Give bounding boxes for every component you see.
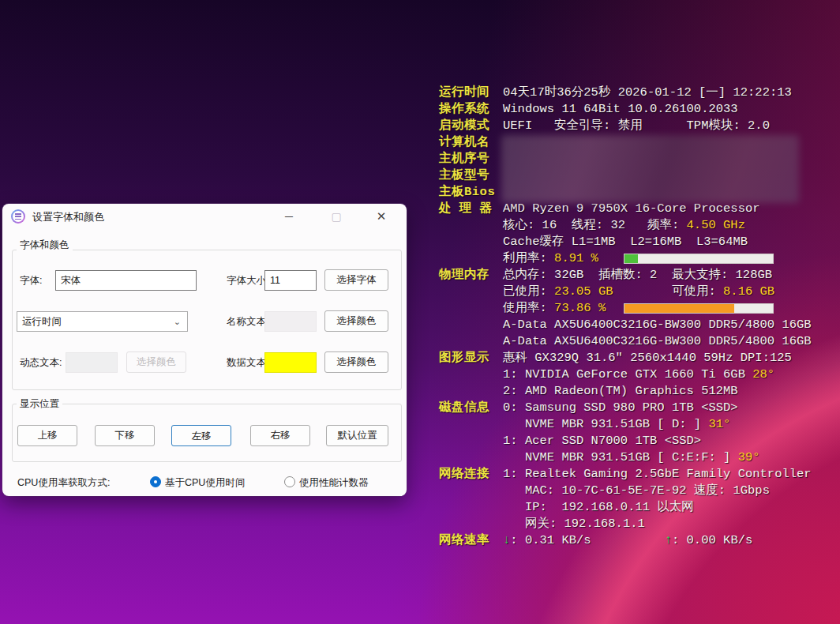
sysinfo-text-segment: 利用率:	[503, 251, 554, 265]
sysinfo-label: 主机序号	[439, 151, 503, 167]
dynamic-text-color-swatch	[66, 352, 118, 373]
sysinfo-row: 利用率: 8.91 %	[439, 250, 834, 267]
sysinfo-text-segment: A-Data AX5U6400C3216G-BW300 DDR5/4800 16…	[503, 334, 812, 348]
move-up-button[interactable]: 上移	[17, 425, 77, 446]
sysinfo-label: 物理内存	[439, 267, 503, 284]
sysinfo-row: A-Data AX5U6400C3216G-BW300 DDR5/4800 16…	[439, 333, 834, 350]
dialog-title: 设置字体和颜色	[32, 210, 104, 224]
move-down-button[interactable]: 下移	[95, 425, 155, 446]
sysinfo-row: 磁盘信息0: Samsung SSD 980 PRO 1TB <SSD>	[439, 400, 834, 416]
font-color-settings-dialog: 设置字体和颜色 ─ ▢ ✕ 字体和颜色 字体: 字体大小: 选择字体 运行时间 …	[2, 204, 407, 496]
sysinfo-row: A-Data AX5U6400C3216G-BW300 DDR5/4800 16…	[439, 317, 834, 333]
name-text-color-swatch	[264, 311, 317, 332]
cpu-usage-bar-fill	[624, 254, 638, 263]
sysinfo-label: 计算机名	[439, 134, 503, 151]
sysinfo-label: 网络连接	[439, 466, 503, 483]
radio-cpu-time[interactable]	[150, 476, 161, 487]
default-position-button[interactable]: 默认位置	[326, 425, 388, 446]
sysinfo-text-segment: 23.05 GB	[554, 284, 613, 299]
move-left-button[interactable]: 左移	[171, 425, 231, 446]
memory-usage-bar	[624, 303, 774, 314]
sysinfo-row: NVME MBR 931.51GB [ D: ] 31°	[439, 416, 834, 433]
sysinfo-text-segment: Windows 11 64Bit 10.0.26100.2033	[503, 102, 738, 116]
sysinfo-text-segment: 2: AMD Radeon(TM) Graphics 512MB	[503, 384, 738, 398]
sysinfo-text-segment: 28°	[752, 367, 774, 382]
move-right-button[interactable]: 右移	[250, 425, 310, 446]
maximize-button[interactable]: ▢	[323, 207, 350, 226]
font-color-group-legend: 字体和颜色	[17, 239, 73, 252]
sysinfo-text-segment: MAC: 10-7C-61-5E-7E-92 速度: 1Gbps	[503, 483, 770, 498]
sysinfo-row: 2: AMD Radeon(TM) Graphics 512MB	[439, 383, 834, 400]
sysinfo-row: 网络连接1: Realtek Gaming 2.5GbE Family Cont…	[439, 466, 834, 483]
dynamic-text-label: 动态文本:	[20, 352, 62, 373]
sysinfo-label: 图形显示	[439, 350, 503, 367]
sysinfo-text-segment: 0: Samsung SSD 980 PRO 1TB <SSD>	[503, 400, 738, 415]
item-select-value: 运行时间	[22, 316, 62, 327]
data-text-label: 数据文本:	[227, 352, 268, 373]
sysinfo-row: Cache缓存 L1=1MB L2=16MB L3=64MB	[439, 234, 834, 250]
sysinfo-row: 操作系统Windows 11 64Bit 10.0.26100.2033	[439, 101, 834, 118]
sysinfo-text-segment: : 0.31 KB/s	[510, 533, 591, 547]
sysinfo-text-segment: 1: NVIDIA GeForce GTX 1660 Ti 6GB	[503, 367, 752, 382]
sysinfo-row: 网关: 192.168.1.1	[439, 516, 834, 532]
minimize-button[interactable]: ─	[276, 207, 302, 226]
sysinfo-text-segment: : 0.00 KB/s	[672, 533, 752, 547]
cpu-usage-bar	[624, 254, 774, 264]
sysinfo-text-segment: ↑	[665, 533, 672, 547]
sysinfo-text-segment: IP: 192.168.0.11 以太网	[503, 500, 694, 514]
sysinfo-text-segment: NVME MBR 931.51GB [ C:E:F: ]	[503, 450, 738, 464]
choose-font-button[interactable]: 选择字体	[324, 269, 388, 291]
sysinfo-label: 操作系统	[439, 101, 503, 118]
sysinfo-text-segment: 已使用:	[503, 284, 554, 299]
redacted-region	[501, 135, 799, 203]
sysinfo-text-segment: 73.86 %	[554, 301, 606, 315]
sysinfo-row: 核心: 16 线程: 32 频率: 4.50 GHz	[439, 217, 834, 234]
sysinfo-text-segment: AMD Ryzen 9 7950X 16-Core Processor	[503, 201, 760, 216]
sysinfo-text-segment: 31°	[708, 417, 730, 431]
font-name-input[interactable]	[55, 270, 197, 291]
memory-usage-bar-fill	[624, 304, 734, 313]
position-group-legend: 显示位置	[17, 397, 62, 411]
radio-perf-counter-label[interactable]: 使用性能计数器	[299, 472, 369, 493]
sysinfo-text-segment: 4.50 GHz	[687, 218, 745, 232]
sysinfo-text-segment: 总内存: 32GB 插槽数: 2 最大支持: 128GB	[503, 268, 772, 282]
sysinfo-row: 网络速率↓: 0.31 KB/s ↑: 0.00 KB/s	[439, 532, 834, 549]
sysinfo-row: IP: 192.168.0.11 以太网	[439, 499, 834, 516]
font-size-label: 字体大小:	[227, 270, 268, 291]
sysinfo-text-segment: A-Data AX5U6400C3216G-BW300 DDR5/4800 16…	[503, 318, 812, 332]
sysinfo-label: 启动模式	[439, 118, 503, 134]
sysinfo-text-segment: 8.16 GB	[723, 284, 774, 299]
sysinfo-label: 主板Bios	[439, 184, 503, 201]
data-text-color-swatch	[264, 352, 317, 373]
sysinfo-text-segment: NVME MBR 931.51GB [ D: ]	[503, 417, 708, 431]
cpu-mode-label: CPU使用率获取方式:	[17, 472, 110, 493]
sysinfo-label: 磁盘信息	[439, 400, 503, 416]
font-name-label: 字体:	[20, 270, 42, 291]
sysinfo-text-segment: 网关: 192.168.1.1	[503, 517, 645, 531]
sysinfo-text-segment: UEFI 安全引导: 禁用 TPM模块: 2.0	[503, 118, 770, 133]
sysinfo-row: 运行时间04天17时36分25秒 2026-01-12 [一] 12:22:13	[439, 85, 834, 101]
sysinfo-text-segment: 惠科 GX329Q 31.6″ 2560x1440 59Hz DPI:125	[503, 351, 792, 365]
radio-perf-counter[interactable]	[284, 476, 295, 487]
dialog-titlebar[interactable]: 设置字体和颜色 ─ ▢ ✕	[2, 204, 407, 229]
font-size-input[interactable]	[264, 270, 317, 291]
dynamic-choose-color-button: 选择颜色	[126, 351, 186, 373]
sysinfo-text-segment: 8.91 %	[554, 251, 598, 265]
close-button[interactable]: ✕	[368, 207, 395, 226]
item-select-dropdown[interactable]: 运行时间 ⌄	[17, 311, 188, 332]
sysinfo-text-segment: 39°	[738, 450, 760, 464]
sysinfo-row: 已使用: 23.05 GB 可使用: 8.16 GB	[439, 284, 834, 300]
app-list-icon	[11, 209, 25, 224]
radio-cpu-time-label[interactable]: 基于CPU使用时间	[165, 472, 245, 493]
sysinfo-row: 图形显示惠科 GX329Q 31.6″ 2560x1440 59Hz DPI:1…	[439, 350, 834, 367]
sysinfo-label: 处 理 器	[439, 201, 503, 217]
sysinfo-row: NVME MBR 931.51GB [ C:E:F: ] 39°	[439, 449, 834, 466]
sysinfo-row: 启动模式UEFI 安全引导: 禁用 TPM模块: 2.0	[439, 118, 834, 134]
sysinfo-text-segment: 1: Acer SSD N7000 1TB <SSD>	[503, 434, 701, 448]
sysinfo-row: 物理内存总内存: 32GB 插槽数: 2 最大支持: 128GB	[439, 267, 834, 284]
sysinfo-text-segment: 使用率:	[503, 301, 554, 315]
chevron-down-icon: ⌄	[174, 312, 181, 331]
sysinfo-text-segment: 可使用:	[613, 284, 724, 299]
data-choose-color-button[interactable]: 选择颜色	[324, 351, 388, 373]
name-choose-color-button[interactable]: 选择颜色	[324, 310, 388, 332]
